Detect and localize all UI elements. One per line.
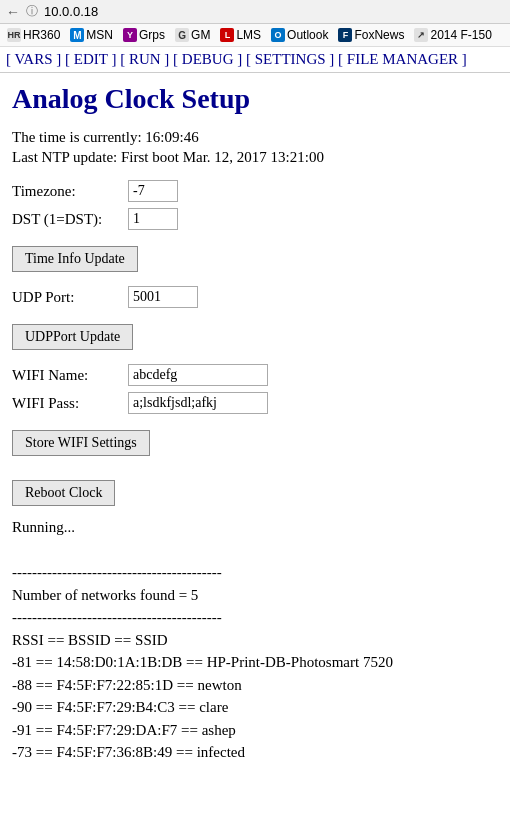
bookmark-icon-4: L [220,28,234,42]
bookmark-item-2014-f-150[interactable]: ↗2014 F-150 [411,27,494,43]
timezone-label: Timezone: [12,183,122,200]
bookmark-label-1: MSN [86,28,113,42]
timezone-row: Timezone: [12,180,498,202]
bookmark-label-7: 2014 F-150 [430,28,491,42]
reboot-clock-button[interactable]: Reboot Clock [12,480,115,506]
udp-port-update-button[interactable]: UDPPort Update [12,324,133,350]
bookmark-icon-5: O [271,28,285,42]
main-content: Analog Clock Setup The time is currently… [0,73,510,774]
bookmarks-bar: HRHR360MMSNYGrpsGGMLLMSOOutlookFFoxNews↗… [0,24,510,47]
wifi-pass-label: WIFI Pass: [12,395,122,412]
wifi-section: WIFI Name: WIFI Pass: Store WIFI Setting… [12,364,498,456]
timezone-section: Timezone: DST (1=DST): Time Info Update [12,180,498,272]
bookmark-item-hr360[interactable]: HRHR360 [4,27,63,43]
nav-item-2[interactable]: [ RUN ] [120,51,169,67]
nav-item-3[interactable]: [ DEBUG ] [173,51,242,67]
output-section: Running... -----------------------------… [12,516,498,764]
dst-row: DST (1=DST): [12,208,498,230]
output-line-0: Running... [12,516,498,539]
bookmark-item-outlook[interactable]: OOutlook [268,27,331,43]
ntp-info: Last NTP update: First boot Mar. 12, 201… [12,149,498,166]
nav-bar: [ VARS ] [ EDIT ] [ RUN ] [ DEBUG ] [ SE… [0,47,510,73]
address-text[interactable]: 10.0.0.18 [44,4,98,19]
nav-item-1[interactable]: [ EDIT ] [65,51,116,67]
nav-item-5[interactable]: [ FILE MANAGER ] [338,51,467,67]
wifi-pass-row: WIFI Pass: [12,392,498,414]
output-line-6: -81 == 14:58:D0:1A:1B:DB == HP-Print-DB-… [12,651,498,674]
wifi-name-input[interactable] [128,364,268,386]
bookmark-label-6: FoxNews [354,28,404,42]
time-info: The time is currently: 16:09:46 [12,129,498,146]
bookmark-label-2: Grps [139,28,165,42]
nav-item-0[interactable]: [ VARS ] [6,51,61,67]
bookmark-item-gm[interactable]: GGM [172,27,213,43]
wifi-name-row: WIFI Name: [12,364,498,386]
output-line-7: -88 == F4:5F:F7:22:85:1D == newton [12,674,498,697]
page-title: Analog Clock Setup [12,83,498,115]
store-wifi-button[interactable]: Store WIFI Settings [12,430,150,456]
bookmark-icon-0: HR [7,28,21,42]
bookmark-icon-1: M [70,28,84,42]
output-line-4: ----------------------------------------… [12,606,498,629]
bookmark-icon-7: ↗ [414,28,428,42]
nav-item-4[interactable]: [ SETTINGS ] [246,51,334,67]
output-line-2: ----------------------------------------… [12,561,498,584]
bookmark-label-5: Outlook [287,28,328,42]
udp-port-input[interactable] [128,286,198,308]
bookmark-icon-2: Y [123,28,137,42]
address-bar: ← ⓘ 10.0.0.18 [0,0,510,24]
bookmark-icon-6: F [338,28,352,42]
bookmark-label-4: LMS [236,28,261,42]
output-line-10: -73 == F4:5F:F7:36:8B:49 == infected [12,741,498,764]
udp-port-row: UDP Port: [12,286,498,308]
output-line-9: -91 == F4:5F:F7:29:DA:F7 == ashep [12,719,498,742]
bookmark-item-msn[interactable]: MMSN [67,27,116,43]
bookmark-icon-3: G [175,28,189,42]
bookmark-item-grps[interactable]: YGrps [120,27,168,43]
bookmark-item-lms[interactable]: LLMS [217,27,264,43]
dst-input[interactable] [128,208,178,230]
wifi-name-label: WIFI Name: [12,367,122,384]
udp-port-label: UDP Port: [12,289,122,306]
output-line-1 [12,539,498,562]
timezone-input[interactable] [128,180,178,202]
udp-section: UDP Port: UDPPort Update [12,286,498,350]
bookmark-label-0: HR360 [23,28,60,42]
output-line-8: -90 == F4:5F:F7:29:B4:C3 == clare [12,696,498,719]
info-icon: ⓘ [26,3,38,20]
bookmark-label-3: GM [191,28,210,42]
time-info-update-button[interactable]: Time Info Update [12,246,138,272]
reboot-section: Reboot Clock [12,470,498,506]
back-button[interactable]: ← [6,4,20,20]
dst-label: DST (1=DST): [12,211,122,228]
bookmark-item-foxnews[interactable]: FFoxNews [335,27,407,43]
output-line-5: RSSI == BSSID == SSID [12,629,498,652]
wifi-pass-input[interactable] [128,392,268,414]
output-line-3: Number of networks found = 5 [12,584,498,607]
